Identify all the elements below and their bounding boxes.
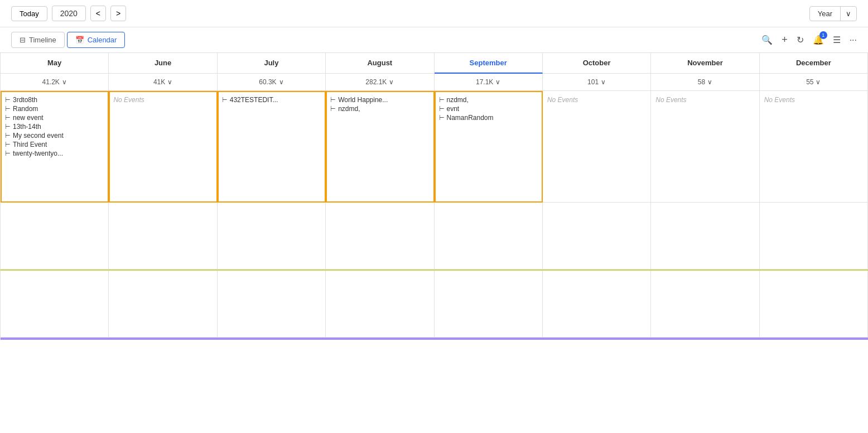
- bar-august: [326, 271, 434, 338]
- month-header-july[interactable]: July: [218, 53, 326, 74]
- flag-icon: ⊢: [439, 114, 445, 122]
- event-september-3-label: NamanRandom: [447, 114, 494, 122]
- event-september-1[interactable]: ⊢ nzdmd,: [439, 95, 538, 104]
- year-display: 2020: [52, 6, 86, 21]
- purple-bar: [0, 338, 868, 340]
- event-may-2[interactable]: ⊢ Random: [5, 104, 104, 113]
- add-icon[interactable]: +: [782, 34, 788, 46]
- empty-september: [435, 203, 543, 270]
- events-july: ⊢ 432TESTEDIT...: [218, 91, 326, 203]
- event-august-1[interactable]: ⊢ World Happine...: [330, 95, 429, 104]
- flag-icon: ⊢: [330, 105, 336, 113]
- calendar-wrapper: May June July August September October N…: [0, 53, 868, 340]
- stats-may-value: 41.2K: [42, 78, 60, 86]
- toolbar: ⊟ Timeline 📅 Calendar 🔍 + ↻ 🔔 1 ☰ ···: [0, 27, 868, 53]
- month-header-november[interactable]: November: [651, 53, 759, 74]
- month-header-december[interactable]: December: [760, 53, 868, 74]
- more-icon[interactable]: ···: [850, 35, 857, 45]
- stats-june[interactable]: 41K ∨: [109, 74, 217, 91]
- view-chevron-icon[interactable]: ∨: [840, 7, 856, 21]
- empty-june: [109, 203, 217, 270]
- event-may-4-label: 13th-14th: [13, 123, 41, 131]
- event-may-3[interactable]: ⊢ new event: [5, 113, 104, 122]
- events-december: No Events: [760, 91, 868, 203]
- stats-september[interactable]: 17.1K ∨: [435, 74, 543, 91]
- calendar-tab[interactable]: 📅 Calendar: [67, 32, 126, 48]
- month-header-september[interactable]: September: [435, 53, 543, 74]
- events-september: ⊢ nzdmd, ⊢ evnt ⊢ NamanRandom: [435, 91, 543, 203]
- empty-october: [543, 203, 651, 270]
- filter-icon[interactable]: ☰: [833, 35, 841, 45]
- event-may-5[interactable]: ⊢ My second event: [5, 131, 104, 140]
- stats-december-value: 55: [806, 78, 813, 86]
- next-year-button[interactable]: >: [110, 6, 126, 21]
- stats-september-value: 17.1K: [476, 78, 493, 86]
- flag-icon: ⊢: [439, 105, 445, 113]
- view-selector[interactable]: Year ∨: [809, 6, 857, 21]
- prev-year-button[interactable]: <: [90, 6, 106, 21]
- event-may-1[interactable]: ⊢ 3rdto8th: [5, 95, 104, 104]
- event-may-6[interactable]: ⊢ Third Event: [5, 140, 104, 149]
- event-september-3[interactable]: ⊢ NamanRandom: [439, 113, 538, 122]
- toolbar-left: ⊟ Timeline 📅 Calendar: [11, 32, 125, 48]
- toolbar-actions: 🔍 + ↻ 🔔 1 ☰ ···: [761, 34, 857, 46]
- empty-december: [760, 203, 868, 270]
- event-may-7[interactable]: ⊢ twenty-twentyo...: [5, 149, 104, 158]
- flag-icon: ⊢: [330, 97, 336, 104]
- flag-icon: ⊢: [222, 97, 228, 104]
- month-header-august[interactable]: August: [326, 53, 434, 74]
- empty-may: [1, 203, 109, 270]
- event-september-2[interactable]: ⊢ evnt: [439, 104, 538, 113]
- calendar-label: Calendar: [88, 36, 117, 44]
- stats-october-value: 101: [587, 78, 599, 86]
- stats-october[interactable]: 101 ∨: [543, 74, 651, 91]
- month-header-may[interactable]: May: [1, 53, 109, 74]
- stats-july-chevron: ∨: [279, 78, 284, 86]
- event-july-1-label: 432TESTEDIT...: [230, 96, 278, 104]
- flag-icon: ⊢: [5, 105, 11, 113]
- stats-november[interactable]: 58 ∨: [651, 74, 759, 91]
- bar-july: [218, 271, 326, 338]
- bar-october: [543, 271, 651, 338]
- event-may-4[interactable]: ⊢ 13th-14th: [5, 122, 104, 131]
- empty-july: [218, 203, 326, 270]
- events-october: No Events: [543, 91, 651, 203]
- stats-may[interactable]: 41.2K ∨: [1, 74, 109, 91]
- month-header-october[interactable]: October: [543, 53, 651, 74]
- stats-july[interactable]: 60.3K ∨: [218, 74, 326, 91]
- flag-icon: ⊢: [5, 114, 11, 122]
- event-july-1[interactable]: ⊢ 432TESTEDIT...: [222, 95, 321, 104]
- events-november: No Events: [651, 91, 759, 203]
- june-no-events: No Events: [113, 96, 144, 104]
- events-june: No Events: [109, 91, 217, 203]
- stats-september-chevron: ∨: [495, 78, 500, 86]
- today-button[interactable]: Today: [11, 6, 47, 21]
- view-label: Year: [810, 7, 840, 21]
- refresh-icon[interactable]: ↻: [797, 35, 804, 45]
- top-bar-left: Today 2020 < >: [11, 6, 126, 21]
- events-may: ⊢ 3rdto8th ⊢ Random ⊢ new event ⊢ 13th-1…: [1, 91, 109, 203]
- event-may-1-label: 3rdto8th: [13, 96, 37, 104]
- empty-august: [326, 203, 434, 270]
- notification-icon[interactable]: 🔔 1: [813, 35, 824, 45]
- event-september-1-label: nzdmd,: [447, 96, 469, 104]
- timeline-icon: ⊟: [20, 36, 26, 44]
- stats-june-value: 41K: [153, 78, 165, 86]
- month-headers: May June July August September October N…: [0, 53, 868, 74]
- empty-row-1: [0, 203, 868, 270]
- stats-august[interactable]: 282.1K ∨: [326, 74, 434, 91]
- stats-august-value: 282.1K: [365, 78, 387, 86]
- bar-june: [109, 271, 217, 338]
- timeline-label: Timeline: [29, 36, 56, 44]
- notification-badge: 1: [819, 31, 827, 39]
- bar-may: [1, 271, 109, 338]
- event-may-7-label: twenty-twentyo...: [13, 150, 63, 157]
- timeline-tab[interactable]: ⊟ Timeline: [11, 32, 65, 48]
- month-header-june[interactable]: June: [109, 53, 217, 74]
- search-icon[interactable]: 🔍: [761, 35, 773, 45]
- november-no-events: No Events: [655, 96, 686, 104]
- stats-october-chevron: ∨: [601, 78, 606, 86]
- event-august-2[interactable]: ⊢ nzdmd,: [330, 104, 429, 113]
- october-no-events: No Events: [547, 96, 578, 104]
- stats-december[interactable]: 55 ∨: [760, 74, 868, 91]
